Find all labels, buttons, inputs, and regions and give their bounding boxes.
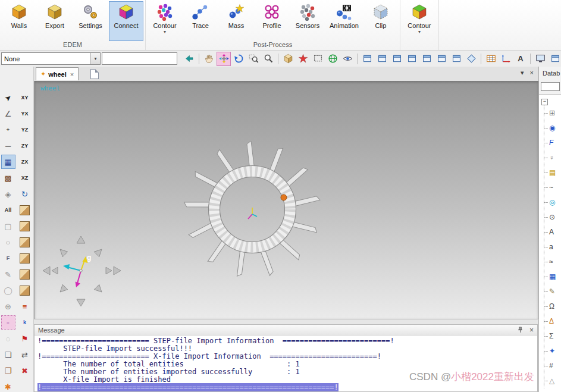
geometry-box-3-button[interactable]: [18, 235, 32, 249]
view-zx-button[interactable]: ZX: [18, 155, 32, 169]
tree-node-sigma[interactable]: Σ: [544, 331, 553, 341]
tree-node-center[interactable]: ⊙: [544, 212, 555, 222]
ribbon-button-sensors[interactable]: Sensors: [290, 1, 325, 41]
pan-tool-button[interactable]: [202, 52, 216, 66]
geometry-box-4-button[interactable]: [18, 251, 32, 265]
selection-combobox[interactable]: None ▾: [1, 52, 101, 65]
tabbar-close-icon[interactable]: ×: [530, 69, 534, 77]
globe-button[interactable]: [325, 52, 340, 66]
remove-tool-button[interactable]: ─: [1, 139, 15, 153]
ribbon-button-contour[interactable]: Contour▾: [402, 1, 437, 41]
tree-node-function[interactable]: F: [544, 137, 553, 148]
circle-tool-button[interactable]: ○: [1, 235, 15, 249]
rotate-tool-button[interactable]: [231, 52, 246, 66]
measure-angle-button[interactable]: ∠: [1, 106, 15, 121]
tree-node-text-a[interactable]: A: [544, 227, 554, 237]
reset-view-button[interactable]: [182, 52, 196, 66]
delete-button[interactable]: ✖: [18, 363, 32, 378]
spin-view-button[interactable]: ↻: [18, 187, 32, 201]
view-xy-button[interactable]: XY: [18, 90, 32, 105]
layout-2-button[interactable]: [375, 52, 389, 66]
show-all-button[interactable]: All: [1, 203, 15, 217]
ribbon-button-animation[interactable]: Animation: [326, 1, 362, 41]
pin-icon[interactable]: [516, 326, 524, 334]
tree-node-triangle[interactable]: △: [544, 375, 554, 386]
tree-node-grid[interactable]: ▦: [544, 271, 556, 282]
visibility-button[interactable]: [340, 52, 355, 66]
layout-7-button[interactable]: [449, 52, 463, 66]
pencil-tool-button[interactable]: ✎: [1, 267, 15, 281]
display-button[interactable]: [533, 52, 547, 66]
tree-node-point[interactable]: ◎: [544, 197, 555, 208]
duplicate-view-button[interactable]: ❐: [1, 363, 15, 378]
zoom-button[interactable]: [261, 52, 275, 66]
tree-node-hash[interactable]: #: [544, 360, 553, 371]
tree-node-geometry[interactable]: ⊞: [544, 108, 555, 118]
geometry-box-6-button[interactable]: [18, 283, 32, 297]
annotation-button[interactable]: A: [513, 52, 528, 66]
select-cursor-button[interactable]: ➤: [1, 90, 15, 105]
copy-view-button[interactable]: ❏: [1, 347, 15, 362]
tree-expander[interactable]: −: [541, 99, 548, 105]
textured-cube-button[interactable]: ▩: [1, 171, 15, 185]
data-table-button[interactable]: [484, 52, 498, 66]
geometry-box-2-button[interactable]: [18, 219, 32, 233]
viewport-3d[interactable]: wheel: [34, 81, 538, 319]
region-select-button[interactable]: [311, 52, 325, 66]
ribbon-button-clip[interactable]: Clip: [363, 1, 398, 41]
target-tool-button[interactable]: ⊕: [1, 299, 15, 313]
mirror-tool-button[interactable]: ◈: [1, 187, 15, 201]
burst-tool-button[interactable]: ✱: [1, 380, 15, 392]
ribbon-button-export[interactable]: Export: [37, 1, 72, 41]
tree-node-pencil[interactable]: ✎: [544, 286, 555, 297]
ghost-box-button[interactable]: ▢: [1, 219, 15, 233]
new-document-icon[interactable]: [90, 69, 99, 79]
layout-4-button[interactable]: [405, 52, 419, 66]
tab-list-dropdown-icon[interactable]: ▾: [521, 69, 524, 77]
geometry-box-5-button[interactable]: [18, 267, 32, 281]
zoom-window-button[interactable]: [246, 52, 261, 66]
pin-flag-button[interactable]: ⚑: [18, 331, 32, 346]
view-yx-button[interactable]: YX: [18, 106, 32, 121]
capture-button[interactable]: [548, 52, 561, 66]
ribbon-button-profile[interactable]: Profile: [255, 1, 289, 41]
ribbon-button-contour[interactable]: Contour▾: [148, 1, 182, 41]
layout-3-button[interactable]: [390, 52, 404, 66]
tree-node-delta[interactable]: Δ: [544, 316, 554, 327]
clip-plane-button[interactable]: [464, 52, 478, 66]
tree-node-wave[interactable]: ~: [544, 182, 553, 193]
message-close-icon[interactable]: ×: [529, 326, 534, 334]
layout-5-button[interactable]: [419, 52, 434, 66]
tree-node-text-a-small[interactable]: a: [544, 242, 553, 252]
layout-6-button[interactable]: [434, 52, 449, 66]
tree-node-star[interactable]: ✦: [544, 346, 555, 356]
sphere-tool-button[interactable]: ◯: [1, 283, 15, 297]
tab-close-icon[interactable]: ×: [70, 71, 74, 78]
dashed-circle-button[interactable]: ◌: [1, 331, 15, 346]
swap-axes-button[interactable]: ⇄: [18, 347, 32, 362]
view-cube-button[interactable]: [281, 52, 295, 66]
database-search-input[interactable]: [541, 82, 560, 91]
ribbon-button-settings[interactable]: Settings: [73, 1, 108, 41]
view-zy-button[interactable]: ZY: [18, 139, 32, 153]
tree-node-layers[interactable]: ▤: [544, 167, 556, 178]
layout-1-button[interactable]: [360, 52, 374, 66]
font-tool-button[interactable]: F: [1, 251, 15, 265]
view-xz-button[interactable]: XZ: [18, 171, 32, 185]
ribbon-button-walls[interactable]: Walls: [2, 1, 36, 41]
add-tool-button[interactable]: +: [1, 123, 15, 137]
vector-k-button[interactable]: k: [18, 315, 32, 330]
tree-node-marker[interactable]: ♀: [544, 152, 554, 163]
secondary-combobox[interactable]: [102, 52, 177, 65]
tab-wheel[interactable]: ✦ wheel ×: [36, 67, 79, 80]
geometry-box-1-button[interactable]: [18, 203, 32, 217]
tree-node-omega[interactable]: Ω: [544, 301, 554, 312]
navigation-triad[interactable]: g: [39, 233, 126, 313]
combobox-dropdown-icon[interactable]: ▾: [90, 53, 100, 64]
tree-node-approx[interactable]: ≈: [544, 256, 553, 267]
ribbon-button-mass[interactable]: Mass: [219, 1, 253, 41]
axis-marker-button[interactable]: [296, 52, 310, 66]
ribbon-button-connect[interactable]: Connect: [109, 1, 143, 41]
orbit-tool-button[interactable]: [217, 52, 231, 66]
voxel-grid-button[interactable]: ▦: [1, 155, 15, 169]
